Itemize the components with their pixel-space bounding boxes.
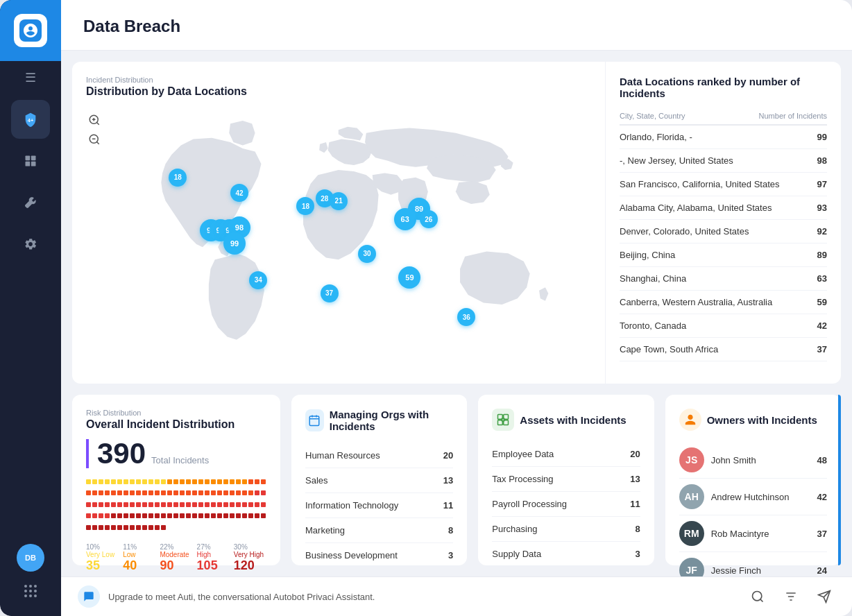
svg-rect-3: [31, 156, 36, 161]
dots-menu[interactable]: [17, 577, 44, 605]
risk-dot: [136, 502, 141, 507]
map-pin[interactable]: 37: [321, 284, 339, 302]
svg-text:4+: 4+: [28, 117, 33, 123]
svg-point-31: [753, 592, 762, 601]
risk-dot: [261, 513, 266, 518]
asset-row: Tax Processing13: [492, 467, 640, 492]
risk-bar-value: 35: [86, 558, 119, 573]
map-pin[interactable]: 99: [223, 232, 246, 255]
owner-count: 24: [817, 565, 827, 576]
owners-accent-bar: [838, 395, 841, 565]
risk-dot: [242, 513, 247, 518]
risk-dot: [205, 490, 210, 495]
map-pin[interactable]: 30: [358, 245, 376, 263]
assets-rows: Employee Data20Tax Processing13Payroll P…: [492, 442, 640, 567]
bottom-bar-actions: [747, 585, 835, 608]
risk-dot: [105, 502, 110, 507]
org-row: Sales13: [305, 468, 453, 493]
ranking-location: Alabama City, Alabama, United States: [620, 203, 772, 213]
map-controls: [86, 112, 103, 148]
map-pin[interactable]: 34: [249, 271, 267, 289]
risk-dot: [148, 502, 153, 507]
zoom-out-button[interactable]: [86, 131, 103, 148]
owner-row: AH Andrew Hutchinson 42: [679, 479, 827, 515]
map-pin[interactable]: 18: [296, 197, 314, 215]
orgs-rows: Human Resources20Sales13Information Tech…: [305, 443, 453, 568]
risk-dot: [255, 513, 259, 518]
org-name: Sales: [305, 475, 328, 486]
risk-dot: [173, 513, 178, 518]
ranking-location: Shanghai, China: [620, 273, 686, 284]
sidebar-menu-button[interactable]: ☰: [0, 61, 61, 94]
bottom-section: Risk Distribution Overall Incident Distr…: [72, 395, 841, 565]
owner-avatar: JF: [679, 558, 704, 576]
risk-dot: [248, 513, 253, 518]
risk-dot: [211, 502, 216, 507]
sidebar-item-shield[interactable]: 4+: [11, 100, 50, 139]
ranking-location: Toronto, Canada: [620, 320, 686, 331]
risk-dot: [173, 502, 178, 507]
risk-dot: [236, 490, 241, 495]
assets-card: Assets with Incidents Employee Data20Tax…: [478, 395, 654, 565]
risk-dot: [230, 479, 235, 484]
ranking-row: Canberra, Western Australia, Australia59: [620, 291, 827, 314]
risk-dot: [217, 502, 222, 507]
ranking-location: Orlando, Florida, -: [620, 132, 692, 142]
risk-dot: [105, 490, 110, 495]
risk-dot: [142, 525, 147, 530]
risk-bar-value: 120: [234, 558, 266, 573]
risk-dot: [186, 513, 191, 518]
owner-row: JS John Smith 48: [679, 442, 827, 479]
risk-dot: [180, 479, 185, 484]
risk-bar-item: 10% Very Low 35: [86, 543, 119, 573]
sidebar-item-settings[interactable]: [11, 225, 50, 264]
risk-dot: [99, 525, 103, 530]
dot-matrix: [86, 479, 266, 535]
risk-dot: [261, 479, 266, 484]
owners-card: Owners with Incidents JS John Smith 48 A…: [665, 395, 841, 565]
ranking-row: Alabama City, Alabama, United States93: [620, 196, 827, 220]
risk-dot: [186, 502, 191, 507]
risk-dot: [186, 479, 191, 484]
map-container: 184297929398993418282130378963265936: [86, 106, 580, 370]
risk-dot: [142, 479, 147, 484]
owner-name: Andrew Hutchinson: [711, 492, 790, 502]
sidebar-item-tools[interactable]: [11, 183, 50, 222]
user-avatar[interactable]: DB: [17, 544, 44, 572]
map-pin[interactable]: 63: [394, 208, 416, 230]
org-count: 20: [443, 450, 453, 461]
svg-rect-5: [31, 162, 36, 166]
map-pin[interactable]: 26: [420, 210, 438, 228]
org-count: 11: [443, 500, 453, 511]
top-section: Incident Distribution Distribution by Da…: [72, 62, 841, 384]
owners-title: Owners with Incidents: [707, 414, 817, 426]
owner-name: John Smith: [711, 455, 756, 465]
map-pin[interactable]: 21: [330, 192, 348, 210]
risk-dot: [123, 513, 128, 518]
search-action-button[interactable]: [747, 585, 769, 608]
risk-dot: [92, 525, 97, 530]
risk-dot: [136, 479, 141, 484]
risk-dot: [92, 490, 97, 495]
total-incidents: 390 Total Incidents: [86, 439, 266, 468]
risk-dot: [86, 479, 91, 484]
risk-dot: [211, 513, 216, 518]
map-pin[interactable]: 36: [457, 308, 475, 326]
risk-bar-label: High: [197, 551, 230, 558]
risk-bar-item: 11% Low 40: [123, 543, 155, 573]
map-section: Incident Distribution Distribution by Da…: [72, 62, 594, 384]
svg-line-16: [96, 122, 99, 124]
map-pin[interactable]: 59: [398, 266, 420, 289]
sidebar-item-dashboard[interactable]: [11, 142, 50, 180]
filter-action-button[interactable]: [780, 585, 802, 608]
zoom-in-button[interactable]: [86, 112, 103, 128]
app-container: ☰ 4+: [0, 0, 852, 616]
share-action-button[interactable]: [813, 585, 835, 608]
owner-info: JS John Smith: [679, 447, 756, 472]
content-area: Incident Distribution Distribution by Da…: [61, 51, 852, 576]
map-pin[interactable]: 42: [230, 184, 248, 202]
risk-dot: [99, 479, 103, 484]
risk-dot: [130, 490, 135, 495]
map-pin[interactable]: 18: [169, 169, 187, 187]
managing-orgs-card: Managing Orgs with Incidents Human Resou…: [291, 395, 467, 565]
